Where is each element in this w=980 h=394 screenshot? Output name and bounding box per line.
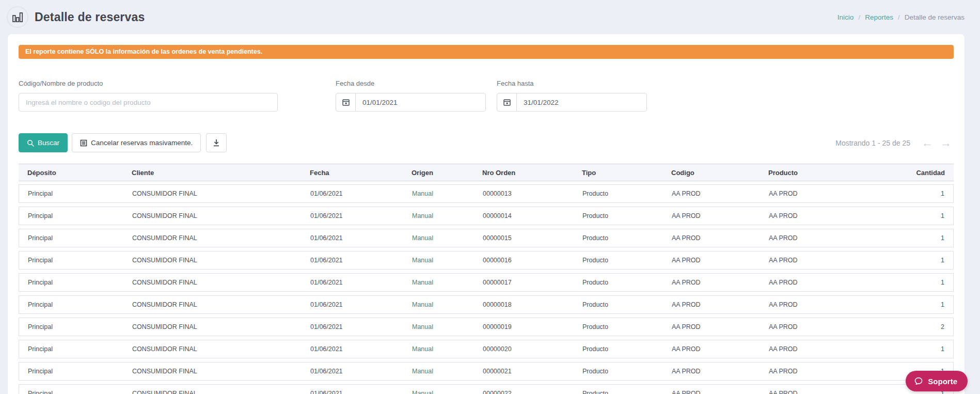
cell-nro-orden: 00000019 <box>474 323 574 330</box>
breadcrumb: Inicio / Reportes / Detalle de reservas <box>837 13 965 21</box>
cell-cliente: CONSUMIDOR FINAL <box>123 279 302 286</box>
cell-producto: AA PROD <box>760 234 870 242</box>
date-to-input[interactable] <box>517 93 646 111</box>
cell-fecha: 01/06/2021 <box>302 390 403 394</box>
cell-deposito: Principal <box>19 301 123 308</box>
cell-producto: AA PROD <box>760 368 870 375</box>
calendar-icon[interactable] <box>336 93 356 111</box>
support-button-label: Soporte <box>928 377 957 386</box>
cell-origen: Manual <box>403 368 474 375</box>
cell-tipo: Producto <box>574 234 663 242</box>
cell-codigo: AA PROD <box>663 390 760 394</box>
cell-deposito: Principal <box>19 212 123 219</box>
cell-cantidad: 1 <box>870 190 953 197</box>
cell-origen: Manual <box>403 301 474 308</box>
cell-fecha: 01/06/2021 <box>302 279 403 286</box>
table-row: Principal CONSUMIDOR FINAL 01/06/2021 Ma… <box>19 184 954 203</box>
table-row: Principal CONSUMIDOR FINAL 01/06/2021 Ma… <box>19 251 954 270</box>
calendar-icon[interactable] <box>497 93 517 111</box>
cell-cliente: CONSUMIDOR FINAL <box>123 390 302 394</box>
cancel-reservations-button[interactable]: Cancelar reservas masivamente. <box>72 133 201 152</box>
cell-producto: AA PROD <box>760 212 870 219</box>
cell-cliente: CONSUMIDOR FINAL <box>123 212 302 219</box>
cell-codigo: AA PROD <box>663 190 760 197</box>
date-from-input[interactable] <box>356 93 485 111</box>
breadcrumb-inicio[interactable]: Inicio <box>837 13 854 21</box>
cell-tipo: Producto <box>574 323 663 330</box>
table-row: Principal CONSUMIDOR FINAL 01/06/2021 Ma… <box>19 295 954 314</box>
report-logo <box>7 6 28 28</box>
table-row: Principal CONSUMIDOR FINAL 01/06/2021 Ma… <box>19 384 954 394</box>
cell-origen: Manual <box>403 390 474 394</box>
cell-cliente: CONSUMIDOR FINAL <box>123 368 302 375</box>
breadcrumb-separator: / <box>858 13 860 21</box>
header-producto: Producto <box>760 169 869 177</box>
cell-cliente: CONSUMIDOR FINAL <box>123 257 302 264</box>
cell-nro-orden: 00000020 <box>474 345 574 353</box>
cancel-reservations-label: Cancelar reservas masivamente. <box>91 139 193 147</box>
cell-cantidad: 1 <box>870 212 953 219</box>
date-to-label: Fecha hasta <box>497 80 647 88</box>
cell-cliente: CONSUMIDOR FINAL <box>123 323 302 330</box>
table-row: Principal CONSUMIDOR FINAL 01/06/2021 Ma… <box>19 318 954 336</box>
page-title: Detalle de reservas <box>35 10 145 24</box>
product-search-input[interactable] <box>19 93 278 112</box>
table-body: Principal CONSUMIDOR FINAL 01/06/2021 Ma… <box>19 184 954 394</box>
cell-origen: Manual <box>403 190 474 197</box>
cell-cantidad: 2 <box>870 323 953 330</box>
arrow-right-icon[interactable]: → <box>940 137 952 149</box>
cell-fecha: 01/06/2021 <box>302 234 403 242</box>
cell-nro-orden: 00000015 <box>474 234 574 242</box>
breadcrumb-reportes[interactable]: Reportes <box>865 13 893 21</box>
cell-codigo: AA PROD <box>663 301 760 308</box>
cell-nro-orden: 00000016 <box>474 257 574 264</box>
cell-origen: Manual <box>403 345 474 353</box>
cell-codigo: AA PROD <box>663 234 760 242</box>
cell-origen: Manual <box>403 212 474 219</box>
cell-producto: AA PROD <box>760 301 870 308</box>
toolbar: Buscar Cancelar reservas masivamente. Mo… <box>19 133 954 152</box>
support-button[interactable]: Soporte <box>906 371 968 391</box>
cell-deposito: Principal <box>19 279 123 286</box>
cell-fecha: 01/06/2021 <box>302 190 403 197</box>
header-nro-orden: Nro Orden <box>473 169 573 177</box>
cell-codigo: AA PROD <box>663 368 760 375</box>
cell-nro-orden: 00000017 <box>474 279 574 286</box>
cell-deposito: Principal <box>19 190 123 197</box>
cell-cliente: CONSUMIDOR FINAL <box>123 190 302 197</box>
search-icon <box>27 139 34 147</box>
header-tipo: Tipo <box>573 169 662 177</box>
download-button[interactable] <box>206 133 227 152</box>
table-row: Principal CONSUMIDOR FINAL 01/06/2021 Ma… <box>19 207 954 225</box>
cell-codigo: AA PROD <box>663 323 760 330</box>
cell-origen: Manual <box>403 323 474 330</box>
cell-nro-orden: 00000013 <box>474 190 574 197</box>
cell-nro-orden: 00000018 <box>474 301 574 308</box>
cell-origen: Manual <box>403 234 474 242</box>
cell-fecha: 01/06/2021 <box>302 257 403 264</box>
cell-cantidad: 1 <box>870 345 953 353</box>
header-cantidad: Cantidad <box>869 169 954 177</box>
cell-producto: AA PROD <box>760 257 870 264</box>
cell-tipo: Producto <box>574 301 663 308</box>
cell-deposito: Principal <box>19 234 123 242</box>
report-card: El reporte contiene SÓLO la información … <box>8 34 965 394</box>
date-from-label: Fecha desde <box>336 80 486 88</box>
cell-codigo: AA PROD <box>663 257 760 264</box>
cell-tipo: Producto <box>574 345 663 353</box>
search-button[interactable]: Buscar <box>19 133 68 152</box>
cell-tipo: Producto <box>574 279 663 286</box>
cell-cliente: CONSUMIDOR FINAL <box>123 234 302 242</box>
arrow-left-icon[interactable]: ← <box>922 137 933 149</box>
date-to-field <box>497 93 647 112</box>
cell-tipo: Producto <box>574 257 663 264</box>
cell-cliente: CONSUMIDOR FINAL <box>123 301 302 308</box>
cell-codigo: AA PROD <box>663 212 760 219</box>
search-button-label: Buscar <box>38 139 59 147</box>
cell-deposito: Principal <box>19 390 123 394</box>
cell-fecha: 01/06/2021 <box>302 212 403 219</box>
cell-tipo: Producto <box>574 368 663 375</box>
table-row: Principal CONSUMIDOR FINAL 01/06/2021 Ma… <box>19 273 954 292</box>
product-filter-label: Código/Nombre de producto <box>19 80 278 88</box>
breadcrumb-separator: / <box>898 13 900 21</box>
